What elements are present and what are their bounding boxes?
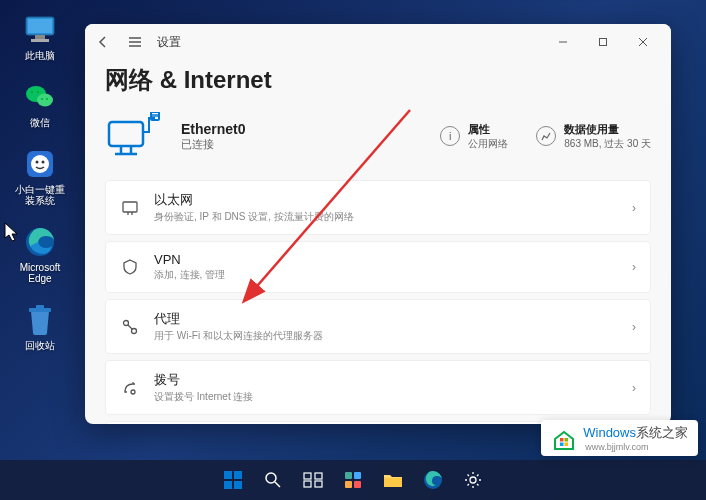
- item-sub: 身份验证, IP 和 DNS 设置, 按流量计费的网络: [154, 210, 354, 224]
- svg-rect-61: [565, 438, 569, 442]
- chevron-right-icon: ›: [632, 201, 636, 215]
- svg-rect-21: [600, 39, 607, 46]
- page-title: 网络 & Internet: [105, 64, 651, 96]
- usage-icon: [536, 126, 556, 146]
- desktop-icons: 此电脑 微信 小白一键重装系统 Microsoft Edge 回收站: [12, 12, 68, 351]
- widgets-button[interactable]: [337, 464, 369, 496]
- window-title: 设置: [157, 34, 181, 51]
- svg-point-6: [31, 91, 33, 93]
- svg-rect-24: [109, 122, 143, 146]
- svg-rect-51: [304, 481, 311, 487]
- svg-point-35: [124, 320, 129, 325]
- svg-rect-49: [304, 473, 311, 479]
- svg-point-5: [37, 94, 53, 107]
- info-icon: i: [440, 126, 460, 146]
- svg-point-12: [36, 161, 39, 164]
- settings-item-list: 以太网 身份验证, IP 和 DNS 设置, 按流量计费的网络 › VPN 添加…: [105, 180, 651, 424]
- svg-point-11: [31, 155, 49, 173]
- svg-rect-57: [384, 478, 402, 487]
- settings-content: 网络 & Internet Ethernet0 已连接: [85, 60, 671, 424]
- search-button[interactable]: [257, 464, 289, 496]
- watermark-brand-blue: Windows: [583, 425, 636, 440]
- item-proxy[interactable]: 代理 用于 Wi-Fi 和以太网连接的代理服务器 ›: [105, 299, 651, 354]
- svg-rect-32: [123, 202, 137, 212]
- item-sub: 设置拨号 Internet 连接: [154, 390, 253, 404]
- maximize-button[interactable]: [583, 28, 623, 56]
- svg-rect-54: [354, 472, 361, 479]
- item-title: 拨号: [154, 371, 253, 389]
- desktop-icon-label: 微信: [30, 117, 50, 128]
- proxy-icon: [120, 317, 140, 337]
- desktop-icon-edge[interactable]: Microsoft Edge: [12, 224, 68, 284]
- svg-line-37: [128, 325, 132, 329]
- chevron-right-icon: ›: [632, 381, 636, 395]
- svg-rect-50: [315, 473, 322, 479]
- monitor-ethernet-icon: [105, 112, 161, 160]
- hamburger-menu-button[interactable]: [125, 32, 145, 52]
- this-pc-icon: [22, 12, 58, 48]
- titlebar: 设置: [85, 24, 671, 60]
- svg-rect-3: [31, 39, 49, 42]
- svg-rect-44: [234, 471, 242, 479]
- explorer-button[interactable]: [377, 464, 409, 496]
- connection-name: Ethernet0: [181, 121, 246, 137]
- properties-title: 属性: [468, 122, 508, 137]
- edge-taskbar-button[interactable]: [417, 464, 449, 496]
- svg-rect-63: [565, 443, 569, 447]
- chevron-right-icon: ›: [632, 320, 636, 334]
- watermark-brand-gray: 系统之家: [636, 425, 688, 440]
- desktop-icon-recycle-bin[interactable]: 回收站: [12, 302, 68, 351]
- item-title: VPN: [154, 252, 225, 267]
- item-ethernet[interactable]: 以太网 身份验证, IP 和 DNS 设置, 按流量计费的网络 ›: [105, 180, 651, 235]
- usage-title: 数据使用量: [564, 122, 651, 137]
- settings-taskbar-button[interactable]: [457, 464, 489, 496]
- svg-rect-2: [35, 35, 45, 39]
- properties-block[interactable]: i 属性 公用网络: [440, 122, 508, 151]
- item-sub: 用于 Wi-Fi 和以太网连接的代理服务器: [154, 329, 323, 343]
- svg-line-48: [275, 482, 280, 487]
- svg-rect-1: [28, 19, 52, 33]
- desktop-icon-label: 此电脑: [25, 50, 55, 61]
- desktop-icon-label: 回收站: [25, 340, 55, 351]
- taskbar: [0, 460, 706, 500]
- desktop-icon-label: Microsoft Edge: [12, 262, 68, 284]
- usage-sub: 863 MB, 过去 30 天: [564, 137, 651, 151]
- svg-rect-53: [345, 472, 352, 479]
- svg-rect-46: [234, 481, 242, 489]
- svg-point-9: [46, 98, 48, 100]
- task-view-button[interactable]: [297, 464, 329, 496]
- desktop-icon-wechat[interactable]: 微信: [12, 79, 68, 128]
- dialup-icon: [120, 378, 140, 398]
- desktop-icon-xiaobai[interactable]: 小白一键重装系统: [12, 146, 68, 206]
- item-vpn[interactable]: VPN 添加, 连接, 管理 ›: [105, 241, 651, 293]
- svg-point-36: [132, 328, 137, 333]
- item-dialup[interactable]: 拨号 设置拨号 Internet 连接 ›: [105, 360, 651, 415]
- minimize-button[interactable]: [543, 28, 583, 56]
- edge-icon: [22, 224, 58, 260]
- connection-status: 已连接: [181, 137, 246, 152]
- close-button[interactable]: [623, 28, 663, 56]
- svg-point-59: [470, 477, 476, 483]
- ethernet-icon: [120, 198, 140, 218]
- svg-rect-55: [345, 481, 352, 488]
- start-button[interactable]: [217, 464, 249, 496]
- svg-rect-16: [36, 305, 44, 309]
- svg-rect-56: [354, 481, 361, 488]
- settings-window: 设置 网络 & Internet: [85, 24, 671, 424]
- svg-point-47: [266, 473, 276, 483]
- network-status-row: Ethernet0 已连接 i 属性 公用网络 数据使用量: [105, 112, 651, 160]
- item-sub: 添加, 连接, 管理: [154, 268, 225, 282]
- data-usage-block[interactable]: 数据使用量 863 MB, 过去 30 天: [536, 122, 651, 151]
- desktop-icon-this-pc[interactable]: 此电脑: [12, 12, 68, 61]
- watermark-logo-icon: [551, 425, 577, 451]
- xiaobai-icon: [22, 146, 58, 182]
- svg-rect-45: [224, 481, 232, 489]
- svg-point-8: [41, 98, 43, 100]
- watermark-url: www.bjjmlv.com: [585, 442, 688, 452]
- back-button[interactable]: [93, 32, 113, 52]
- item-title: 代理: [154, 310, 323, 328]
- svg-rect-52: [315, 481, 322, 487]
- svg-rect-43: [224, 471, 232, 479]
- vpn-icon: [120, 257, 140, 277]
- chevron-right-icon: ›: [632, 260, 636, 274]
